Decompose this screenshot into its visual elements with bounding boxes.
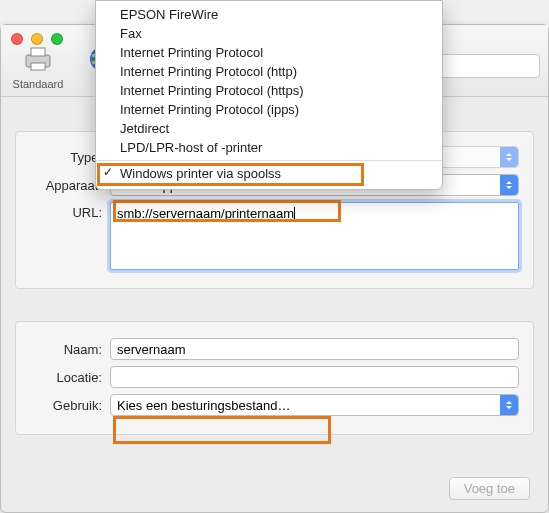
type-dropdown-menu: EPSON FireWire Fax Internet Printing Pro… (95, 0, 443, 190)
dropdown-item[interactable]: EPSON FireWire (96, 5, 442, 24)
svg-rect-1 (31, 48, 45, 56)
toolbar-label: Standaard (13, 78, 64, 90)
minimize-icon[interactable] (31, 33, 43, 45)
naam-label: Naam: (30, 342, 102, 357)
naam-input[interactable]: servernaam (110, 338, 519, 360)
add-button[interactable]: Voeg toe (449, 477, 530, 500)
printer-icon (21, 42, 55, 76)
dropdown-item[interactable]: Jetdirect (96, 119, 442, 138)
dropdown-item[interactable]: LPD/LPR-host of -printer (96, 138, 442, 157)
locatie-label: Locatie: (30, 370, 102, 385)
apparaat-label: Apparaat: (30, 178, 102, 193)
dropdown-item[interactable]: Internet Printing Protocol (ipps) (96, 100, 442, 119)
chevron-updown-icon (500, 175, 518, 195)
dropdown-item[interactable]: Fax (96, 24, 442, 43)
dropdown-item-selected[interactable]: Windows printer via spoolss (96, 160, 442, 183)
naam-value: servernaam (117, 342, 186, 357)
url-label: URL: (30, 205, 102, 220)
chevron-updown-icon (500, 395, 518, 415)
chevron-updown-icon (500, 147, 518, 167)
locatie-input[interactable] (110, 366, 519, 388)
close-icon[interactable] (11, 33, 23, 45)
window-controls (11, 33, 63, 45)
url-value: smb://servernaam/printernaam (117, 206, 294, 221)
url-input[interactable]: smb://servernaam/printernaam (110, 202, 519, 270)
dropdown-item[interactable]: Internet Printing Protocol (http) (96, 62, 442, 81)
zoom-icon[interactable] (51, 33, 63, 45)
gebruik-label: Gebruik: (30, 398, 102, 413)
dropdown-item[interactable]: Internet Printing Protocol (96, 43, 442, 62)
info-panel: Naam: servernaam Locatie: Gebruik: Kies … (15, 321, 534, 435)
svg-rect-2 (31, 63, 45, 70)
type-label: Type: (30, 150, 102, 165)
gebruik-value: Kies een besturingsbestand… (117, 398, 290, 413)
text-cursor (294, 207, 295, 222)
toolbar-item-default[interactable]: Standaard (9, 42, 67, 90)
dropdown-item[interactable]: Internet Printing Protocol (https) (96, 81, 442, 100)
gebruik-select[interactable]: Kies een besturingsbestand… (110, 394, 519, 416)
